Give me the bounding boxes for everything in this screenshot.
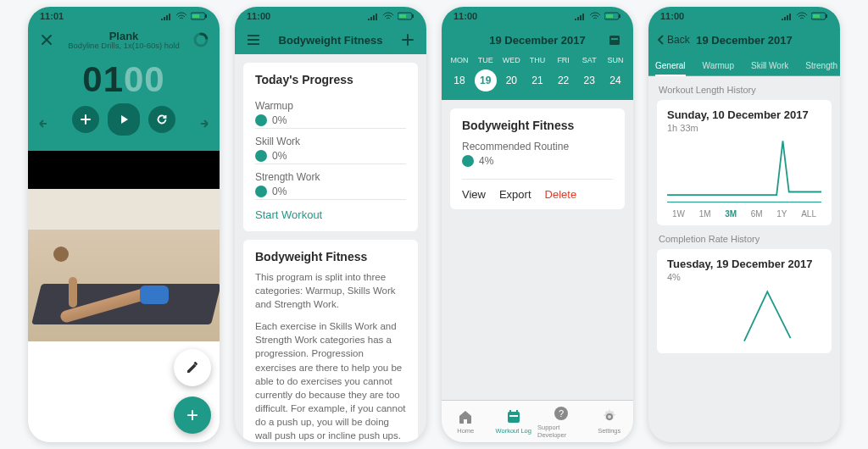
tab-settings[interactable]: Settings (586, 401, 634, 442)
progress-ring-icon[interactable] (191, 30, 211, 50)
progress-row: Skill Work0% (255, 128, 406, 164)
length-value: 1h 33m (667, 123, 821, 133)
home-icon (457, 408, 474, 425)
plus-icon[interactable] (398, 30, 418, 50)
calendar-week-row: 18192021222324 (442, 64, 633, 100)
export-button[interactable]: Export (499, 188, 531, 201)
log-card: Bodyweight Fitness Recommended Routine 4… (450, 108, 625, 209)
calendar-day[interactable]: 18 (448, 69, 470, 91)
tab-support-developer[interactable]: ?Support Developer (537, 401, 586, 442)
tab-strength[interactable]: Strength (805, 61, 837, 75)
add-time-button[interactable] (72, 106, 99, 133)
next-exercise-button[interactable] (194, 117, 214, 130)
completion-value: 4% (667, 272, 821, 282)
range-selector: 1W1M3M6M1YALL (667, 202, 821, 219)
edit-button[interactable] (174, 349, 211, 386)
day-label: MON (448, 56, 470, 64)
status-time: 11:00 (453, 11, 477, 21)
range-option[interactable]: 1M (699, 209, 711, 219)
svg-rect-22 (509, 415, 518, 417)
calendar-day[interactable]: 22 (553, 69, 575, 91)
prev-exercise-button[interactable] (33, 117, 53, 130)
calendar-day[interactable]: 21 (526, 69, 548, 91)
svg-rect-2 (205, 14, 207, 18)
calendar-day-labels: MONTUEWEDTHUFRISATSUN (442, 56, 633, 64)
add-button[interactable]: + (174, 396, 211, 434)
log-section-title: Bodyweight Fitness (462, 119, 613, 132)
tab-skill-work[interactable]: Skill Work (751, 61, 788, 75)
log-date-title: 19 December 2017 (489, 34, 585, 47)
tab-label: Workout Log (496, 427, 531, 435)
progress-label: Warmup (255, 100, 406, 112)
tab-general[interactable]: General (655, 61, 686, 75)
restart-button[interactable] (148, 106, 175, 133)
calendar-day[interactable]: 24 (604, 69, 626, 91)
svg-rect-5 (399, 14, 406, 18)
range-option[interactable]: ALL (801, 209, 816, 219)
length-date: Sunday, 10 December 2017 (667, 108, 821, 121)
countdown-timer: 0100 (28, 59, 220, 100)
range-option[interactable]: 3M (725, 209, 737, 219)
tab-warmup[interactable]: Warmup (703, 61, 734, 75)
progress-dot (255, 186, 267, 197)
svg-rect-18 (611, 38, 618, 40)
timer-header: Plank Bodyline Drills, 1x(10-60s) hold 0… (28, 7, 220, 151)
support-icon: ? (553, 405, 570, 422)
day-label: THU (526, 56, 548, 64)
calendar-day[interactable]: 23 (578, 69, 600, 91)
length-sparkline (667, 136, 821, 202)
tab-home[interactable]: Home (442, 401, 490, 442)
svg-rect-15 (606, 14, 613, 18)
range-option[interactable]: 1Y (776, 209, 787, 219)
status-bar: 11:00 (648, 7, 840, 25)
progress-value: 0% (272, 150, 287, 162)
svg-rect-17 (609, 36, 620, 45)
progress-dot (255, 114, 267, 126)
svg-rect-28 (826, 14, 827, 18)
back-button[interactable]: Back (657, 34, 690, 46)
close-icon[interactable] (36, 30, 57, 50)
tab-bar: HomeWorkout Log?Support DeveloperSetting… (442, 400, 633, 442)
day-label: SUN (604, 56, 626, 64)
day-label: WED (500, 56, 522, 64)
tab-workout-log[interactable]: Workout Log (490, 401, 538, 442)
day-label: TUE (475, 56, 497, 64)
view-button[interactable]: View (462, 188, 486, 201)
progress-dot (255, 150, 267, 162)
length-history-panel: Sunday, 10 December 2017 1h 33m 1W1M3M6M… (657, 100, 832, 225)
status-icons (367, 12, 415, 20)
day-label: SAT (578, 56, 600, 64)
calendar-day[interactable]: 19 (475, 69, 497, 91)
range-option[interactable]: 6M (751, 209, 763, 219)
calendar-day[interactable]: 20 (500, 69, 522, 91)
start-workout-button[interactable]: Start Workout (255, 199, 406, 223)
exercise-subtitle: Bodyline Drills, 1x(10-60s) hold (68, 41, 179, 50)
range-option[interactable]: 1W (672, 209, 685, 219)
screen-workout-log: 11:00 19 December 2017 MONTUEWEDTHUFRISA… (442, 7, 633, 442)
status-icons (574, 12, 621, 20)
progress-value: 0% (272, 114, 287, 126)
status-time: 11:00 (247, 11, 270, 21)
progress-row: Strength Work0% (255, 164, 406, 199)
info-card: Bodyweight Fitness This program is split… (243, 240, 418, 442)
screen-plank-timer: 11:01 Plank Bodyline Drills, 1x(10-60s) … (28, 7, 220, 442)
timer-active: 01 (82, 59, 124, 99)
delete-button[interactable]: Delete (545, 188, 577, 201)
calendar-icon[interactable] (604, 30, 625, 50)
day-label: FRI (553, 56, 575, 64)
exercise-video[interactable] (28, 151, 220, 341)
progress-heading: Today's Progress (255, 73, 406, 86)
log-icon (505, 408, 522, 425)
status-time: 11:00 (660, 11, 684, 21)
progress-dot (462, 155, 474, 167)
menu-icon[interactable] (243, 30, 264, 50)
info-heading: Bodyweight Fitness (255, 250, 406, 263)
tab-label: Home (457, 427, 474, 435)
completion-date: Tuesday, 19 December 2017 (667, 258, 821, 270)
play-button[interactable] (108, 103, 140, 136)
settings-icon (601, 408, 618, 425)
page-title: Bodyweight Fitness (279, 34, 383, 47)
info-paragraph: This program is split into three categor… (255, 270, 406, 311)
tab-label: Settings (598, 427, 620, 435)
log-actions: View Export Delete (462, 179, 613, 201)
